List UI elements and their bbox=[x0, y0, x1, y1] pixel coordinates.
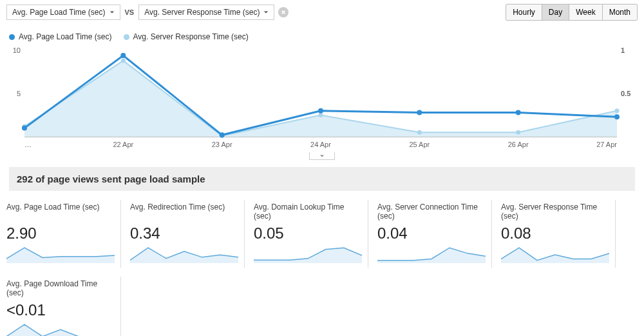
svg-text:26 Apr: 26 Apr bbox=[508, 141, 529, 148]
metric-a-label: Avg. Page Load Time (sec) bbox=[12, 8, 106, 17]
chart-legend: Avg. Page Load Time (sec) Avg. Server Re… bbox=[0, 25, 644, 44]
metric-card[interactable]: Avg. Page Download Time (sec)<0.01 bbox=[6, 277, 121, 336]
metric-value: <0.01 bbox=[6, 301, 114, 319]
svg-text:1: 1 bbox=[621, 46, 625, 54]
metric-card[interactable]: Avg. Server Connection Time (sec)0.04 bbox=[377, 200, 492, 268]
metric-selectors: Avg. Page Load Time (sec) VS Avg. Server… bbox=[6, 5, 289, 20]
sparkline bbox=[6, 322, 115, 336]
metric-title: Avg. Page Load Time (sec) bbox=[6, 203, 114, 221]
metric-a-dropdown[interactable]: Avg. Page Load Time (sec) bbox=[6, 5, 120, 20]
svg-text:23 Apr: 23 Apr bbox=[212, 141, 232, 148]
time-granularity-toggle: HourlyDayWeekMonth bbox=[506, 4, 638, 21]
sparkline bbox=[501, 245, 609, 263]
metric-title: Avg. Server Connection Time (sec) bbox=[377, 203, 485, 221]
svg-point-16 bbox=[417, 110, 422, 115]
svg-point-13 bbox=[120, 53, 126, 58]
metric-card[interactable]: Avg. Page Load Time (sec)2.90 bbox=[6, 200, 121, 268]
time-button-hourly[interactable]: Hourly bbox=[506, 5, 542, 20]
svg-point-11 bbox=[615, 108, 620, 113]
metric-value: 0.04 bbox=[377, 224, 485, 242]
main-chart: 5100.51…22 Apr23 Apr24 Apr25 Apr26 Apr27… bbox=[0, 44, 644, 158]
chevron-down-icon bbox=[263, 10, 269, 15]
svg-point-14 bbox=[220, 132, 225, 137]
svg-text:22 Apr: 22 Apr bbox=[113, 141, 133, 148]
legend-dot-secondary bbox=[124, 34, 129, 40]
metric-b-label: Avg. Server Response Time (sec) bbox=[144, 8, 260, 17]
clear-compare-button[interactable] bbox=[278, 7, 289, 17]
svg-point-18 bbox=[614, 114, 620, 119]
metric-value: 2.90 bbox=[6, 224, 114, 242]
metric-card[interactable]: Avg. Server Response Time (sec)0.08 bbox=[501, 200, 616, 268]
time-button-month[interactable]: Month bbox=[603, 5, 637, 20]
top-bar: Avg. Page Load Time (sec) VS Avg. Server… bbox=[0, 0, 644, 25]
chevron-down-icon bbox=[109, 10, 115, 15]
vs-label: VS bbox=[123, 8, 137, 16]
svg-point-17 bbox=[516, 110, 521, 115]
svg-text:5: 5 bbox=[17, 90, 21, 97]
metric-title: Avg. Page Download Time (sec) bbox=[6, 279, 114, 297]
svg-point-6 bbox=[121, 59, 126, 63]
legend-item-b: Avg. Server Response Time (sec) bbox=[124, 32, 249, 41]
svg-point-9 bbox=[417, 130, 422, 135]
sparkline bbox=[254, 245, 362, 263]
close-icon bbox=[281, 10, 286, 15]
legend-dot-primary bbox=[9, 34, 15, 40]
metrics-grid: Avg. Page Load Time (sec)2.90Avg. Redire… bbox=[0, 200, 644, 336]
sparkline bbox=[6, 245, 115, 263]
metric-title: Avg. Server Response Time (sec) bbox=[501, 203, 609, 221]
svg-text:24 Apr: 24 Apr bbox=[310, 141, 331, 148]
chevron-down-icon bbox=[319, 154, 325, 158]
svg-point-8 bbox=[319, 113, 323, 117]
svg-text:10: 10 bbox=[13, 46, 21, 54]
svg-point-15 bbox=[318, 108, 323, 114]
sparkline bbox=[130, 245, 238, 263]
svg-point-12 bbox=[22, 126, 27, 131]
time-button-week[interactable]: Week bbox=[569, 5, 602, 20]
svg-text:…: … bbox=[24, 141, 32, 148]
legend-b-label: Avg. Server Response Time (sec) bbox=[133, 32, 249, 41]
time-button-day[interactable]: Day bbox=[542, 5, 569, 20]
metric-card[interactable]: Avg. Redirection Time (sec)0.34 bbox=[130, 200, 245, 268]
metric-b-dropdown[interactable]: Avg. Server Response Time (sec) bbox=[138, 5, 274, 20]
chart-svg: 5100.51…22 Apr23 Apr24 Apr25 Apr26 Apr27… bbox=[9, 46, 635, 150]
svg-point-10 bbox=[516, 130, 520, 135]
legend-item-a: Avg. Page Load Time (sec) bbox=[9, 32, 112, 41]
metric-value: 0.08 bbox=[501, 224, 609, 242]
metric-value: 0.05 bbox=[254, 224, 361, 242]
metric-value: 0.34 bbox=[130, 224, 238, 242]
expand-chart-button[interactable] bbox=[309, 152, 335, 160]
svg-text:0.5: 0.5 bbox=[621, 90, 630, 97]
metric-title: Avg. Redirection Time (sec) bbox=[130, 203, 238, 221]
metric-title: Avg. Domain Lookup Time (sec) bbox=[254, 203, 361, 221]
metric-card[interactable]: Avg. Domain Lookup Time (sec)0.05 bbox=[254, 200, 368, 268]
svg-text:25 Apr: 25 Apr bbox=[409, 141, 430, 148]
legend-a-label: Avg. Page Load Time (sec) bbox=[19, 32, 112, 41]
sample-summary-bar: 292 of page views sent page load sample bbox=[9, 167, 635, 191]
svg-text:27 Apr: 27 Apr bbox=[596, 141, 617, 148]
sparkline bbox=[377, 245, 486, 263]
